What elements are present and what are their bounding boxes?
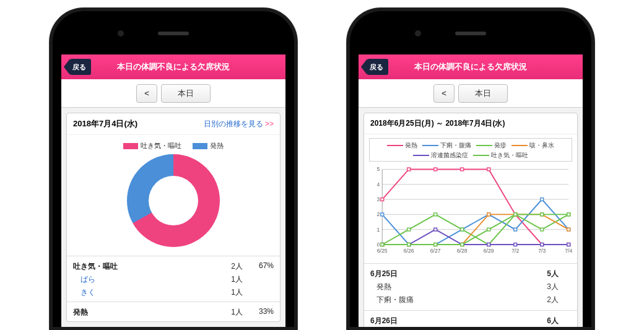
prev-range-button[interactable]: < <box>433 84 455 103</box>
svg-text:7/4: 7/4 <box>565 248 572 254</box>
date-toolbar: < 本日 <box>61 79 285 108</box>
page-title: 本日の体調不良による欠席状況 <box>61 61 285 72</box>
spacer <box>243 287 274 298</box>
svg-text:7/2: 7/2 <box>511 248 519 254</box>
symptom-pct: 67% <box>243 261 274 272</box>
svg-text:7/3: 7/3 <box>538 248 546 254</box>
trend-link[interactable]: 日別の推移を見る >> <box>204 119 274 129</box>
legend-item: 発疹 <box>476 141 507 150</box>
spacer <box>243 274 274 285</box>
phone-frame-left: 戻る 本日の体調不良による欠席状況 < 本日 2018年7月4日(水) 日別の推… <box>50 8 297 330</box>
arrow-right-icon: >> <box>265 119 274 128</box>
legend-swatch-icon <box>387 145 403 147</box>
header-bar: 戻る 本日の体調不良による欠席状況 <box>359 54 583 79</box>
svg-rect-61 <box>567 243 570 246</box>
phone-speaker <box>158 32 189 35</box>
svg-rect-69 <box>567 213 570 216</box>
card-header: 2018年7月4日(水) 日別の推移を見る >> <box>67 113 280 135</box>
daily-date: 6月25日 <box>370 269 528 279</box>
svg-rect-63 <box>407 243 411 246</box>
legend-swatch-icon <box>476 145 492 147</box>
svg-rect-35 <box>514 228 517 231</box>
svg-rect-22 <box>381 198 384 201</box>
legend-item: 吐き気・嘔吐 <box>473 151 528 160</box>
legend-label: 咳・鼻水 <box>529 141 554 150</box>
date-toolbar: < 本日 <box>359 79 583 108</box>
daily-symptom: 発熱 <box>370 282 540 292</box>
trend-card: 2018年6月25日(月) ～ 2018年7月4日(水) 発熱下痢・腹痛発疹咳・… <box>363 113 578 327</box>
daily-total: 5人 <box>528 269 571 279</box>
phone-camera <box>415 30 421 37</box>
line-chart-legend: 発熱下痢・腹痛発疹咳・鼻水溶連菌感染症吐き気・嘔吐 <box>369 138 572 162</box>
svg-text:6/27: 6/27 <box>430 248 441 254</box>
daily-group: 6月26日 6人 <box>364 310 577 327</box>
legend-item: 下痢・腹痛 <box>422 141 471 150</box>
svg-rect-58 <box>487 243 490 246</box>
daily-head: 6月25日 5人 <box>370 267 571 280</box>
svg-rect-23 <box>407 168 411 171</box>
stat-row: 吐き気・嘔吐 2人 67% <box>73 260 274 273</box>
svg-rect-44 <box>541 228 544 231</box>
phone-speaker <box>455 32 486 35</box>
symptom-count: 1人 <box>212 307 243 318</box>
legend-item: 発熱 <box>387 141 417 150</box>
donut-chart-area: 吐き気・嘔吐 発熱 <box>67 135 280 256</box>
daily-group: 6月25日 5人 発熱 3人 下痢・腹痛 2人 <box>364 263 577 310</box>
svg-text:6/26: 6/26 <box>404 248 414 254</box>
line-chart: 0123456/256/266/276/286/297/27/37/4 <box>369 164 572 257</box>
svg-text:5: 5 <box>377 166 380 172</box>
svg-rect-60 <box>541 243 544 246</box>
class-link[interactable]: ばら <box>73 274 212 285</box>
legend-label: 下痢・腹痛 <box>440 141 471 150</box>
class-count: 1人 <box>212 274 243 285</box>
legend-swatch-icon <box>413 155 429 157</box>
daily-head: 6月26日 6人 <box>370 315 571 327</box>
svg-rect-59 <box>514 243 517 246</box>
svg-rect-65 <box>461 243 464 246</box>
donut-chart <box>127 154 220 247</box>
donut-legend: 吐き気・嘔吐 発熱 <box>67 141 280 150</box>
back-button[interactable]: 戻る <box>70 59 91 75</box>
legend-swatch-icon <box>422 145 438 147</box>
class-count: 1人 <box>212 287 243 298</box>
svg-rect-40 <box>434 213 437 216</box>
svg-text:6/25: 6/25 <box>377 248 388 254</box>
page-title: 本日の体調不良による欠席状況 <box>359 61 583 72</box>
svg-text:2: 2 <box>377 211 380 217</box>
summary-card: 2018年7月4日(水) 日別の推移を見る >> 吐き気・嘔吐 発熱 <box>66 113 281 322</box>
stat-subrow: きく 1人 <box>73 286 274 299</box>
svg-rect-30 <box>381 213 384 216</box>
content-area: 2018年6月25日(月) ～ 2018年7月4日(水) 発熱下痢・腹痛発疹咳・… <box>359 108 583 327</box>
today-button[interactable]: 本日 <box>458 84 508 103</box>
stat-subrow: ばら 1人 <box>73 273 274 286</box>
daily-date: 6月26日 <box>370 316 528 326</box>
svg-text:6/28: 6/28 <box>457 248 468 254</box>
svg-rect-39 <box>407 228 411 231</box>
stat-row: 発熱 1人 33% <box>73 306 274 319</box>
class-link[interactable]: きく <box>73 287 212 298</box>
stat-group: 吐き気・嘔吐 2人 67% ばら 1人 きく 1人 <box>67 256 280 302</box>
today-button[interactable]: 本日 <box>161 84 211 103</box>
daily-row: 下痢・腹痛 2人 <box>370 293 571 306</box>
svg-rect-26 <box>487 168 490 171</box>
svg-rect-56 <box>434 228 437 231</box>
header-bar: 戻る 本日の体調不良による欠席状況 <box>61 54 285 79</box>
prev-day-button[interactable]: < <box>136 84 157 103</box>
svg-rect-41 <box>461 228 464 231</box>
svg-text:0: 0 <box>377 241 380 248</box>
svg-rect-62 <box>381 243 384 246</box>
legend-swatch-icon <box>123 143 138 149</box>
selected-date: 2018年7月4日(水) <box>73 118 137 129</box>
stat-group: 発熱 1人 33% <box>67 302 280 321</box>
symptom-pct: 33% <box>243 307 274 318</box>
back-button[interactable]: 戻る <box>367 59 388 75</box>
phone-frame-right: 戻る 本日の体調不良による欠席状況 < 本日 2018年6月25日(月) ～ 2… <box>347 8 594 330</box>
legend-item: 発熱 <box>193 141 224 150</box>
symptom-label: 発熱 <box>73 307 212 318</box>
screen-right: 戻る 本日の体調不良による欠席状況 < 本日 2018年6月25日(月) ～ 2… <box>359 54 583 327</box>
svg-rect-64 <box>434 243 437 246</box>
legend-item: 咳・鼻水 <box>511 141 554 150</box>
daily-row: 発熱 3人 <box>370 280 571 293</box>
legend-label: 発熱 <box>210 142 224 149</box>
legend-label: 溶連菌感染症 <box>431 151 468 160</box>
